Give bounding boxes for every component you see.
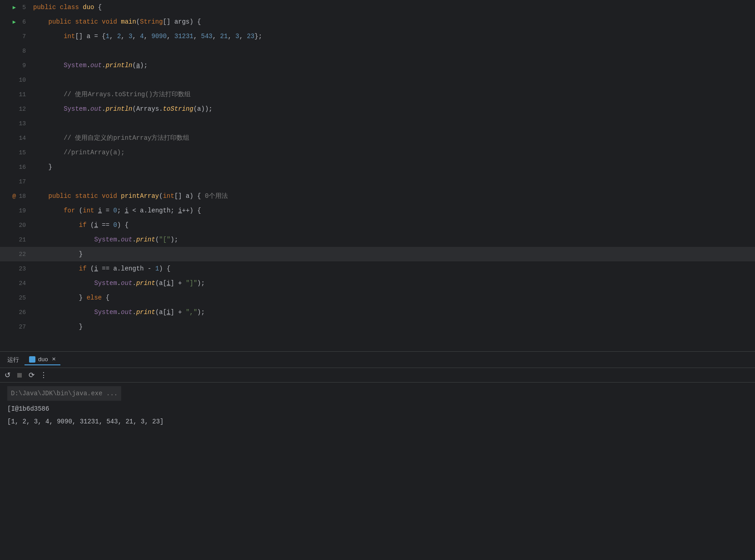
line-number-10: 10 (0, 77, 30, 84)
line-number-23: 23 (0, 265, 30, 272)
line-number-17: 17 (0, 178, 30, 185)
code-line-11: 11 // 使用Arrays.toString()方法打印数组 (0, 87, 755, 102)
code-line-6: ▶ 6 public static void main(String[] arg… (0, 15, 755, 29)
code-line-16: 16 } (0, 160, 755, 174)
code-content-7: int[] a = {1, 2, 3, 4, 9090, 31231, 543,… (30, 29, 262, 44)
code-content-26: System.out.print(a[i] + ","); (30, 305, 205, 319)
line-number-15: 15 (0, 149, 30, 156)
line-number-20: 20 (0, 222, 30, 229)
restart-button[interactable]: ↺ (4, 370, 11, 380)
code-content-12: System.out.println(Arrays.toString(a)); (30, 102, 212, 116)
line-number-18: @ 18 (0, 193, 30, 200)
console-text-2: [1, 2, 3, 4, 9090, 31231, 543, 21, 3, 23… (7, 418, 163, 425)
line-number-26: 26 (0, 309, 30, 316)
run-icon-6[interactable]: ▶ (13, 19, 16, 25)
more-options-button[interactable]: ⋮ (39, 370, 48, 380)
line-number-7: 7 (0, 33, 30, 40)
code-line-7: 7 int[] a = {1, 2, 3, 4, 9090, 31231, 54… (0, 29, 755, 44)
console-output-line1: [I@1b6d3586 (7, 403, 748, 415)
code-line-24: 24 System.out.print(a[i] + "]"); (0, 276, 755, 290)
code-line-12: 12 System.out.println(Arrays.toString(a)… (0, 102, 755, 116)
code-content-24: System.out.print(a[i] + "]"); (30, 276, 205, 290)
console-output-line2: [1, 2, 3, 4, 9090, 31231, 543, 21, 3, 23… (7, 415, 748, 428)
code-line-15: 15 //printArray(a); (0, 145, 755, 160)
code-line-5: ▶ 5 public class duo { (0, 0, 755, 15)
scroll-up-button[interactable]: ⟳ (28, 370, 35, 380)
line-number-6: ▶ 6 (0, 19, 30, 25)
run-icon-5[interactable]: ▶ (13, 4, 16, 11)
console-output: D:\Java\JDK\bin\java.exe ... [I@1b6d3586… (0, 383, 755, 560)
code-line-18: @ 18 public static void printArray(int[]… (0, 189, 755, 203)
line-number-12: 12 (0, 106, 30, 113)
editor-area: ▶ 5 public class duo { ▶ 6 public static… (0, 0, 755, 351)
code-content-16: } (30, 160, 52, 174)
console-cmd: D:\Java\JDK\bin\java.exe ... (7, 386, 121, 401)
code-line-8: 8 (0, 44, 755, 58)
code-content-15: //printArray(a); (30, 145, 125, 160)
line-number-24: 24 (0, 280, 30, 287)
code-content-27: } (30, 319, 83, 334)
code-line-20: 20 if (i == 0) { (0, 218, 755, 232)
code-content-5: public class duo { (30, 0, 102, 15)
line-number-8: 8 (0, 48, 30, 54)
code-line-25: 25 } else { (0, 290, 755, 305)
code-content-21: System.out.print("["); (30, 232, 178, 247)
panel-toolbar: ↺ ⏹ ⟳ ⋮ (0, 368, 755, 383)
line-number-13: 13 (0, 120, 30, 127)
code-line-26: 26 System.out.print(a[i] + ","); (0, 305, 755, 319)
line-number-27: 27 (0, 324, 30, 330)
code-content-9: System.out.println(a); (30, 58, 148, 73)
line-number-21: 21 (0, 236, 30, 243)
code-line-23: 23 if (i == a.length - 1) { (0, 261, 755, 276)
console-text-1: [I@1b6d3586 (7, 405, 49, 413)
code-content-11: // 使用Arrays.toString()方法打印数组 (30, 87, 191, 102)
bottom-panel: 运行 duo ✕ ↺ ⏹ ⟳ ⋮ D:\Java\JDK\bin\java.ex… (0, 351, 755, 560)
line-number-14: 14 (0, 135, 30, 142)
console-tab[interactable]: duo ✕ (25, 354, 60, 365)
line-number-22: 22 (0, 251, 30, 258)
stop-button[interactable]: ⏹ (15, 370, 24, 380)
code-content-20: if (i == 0) { (30, 218, 128, 232)
tab-icon (29, 356, 35, 363)
code-line-13: 13 (0, 116, 755, 131)
run-label: 运行 (4, 356, 23, 364)
line-number-19: 19 (0, 207, 30, 214)
panel-tabs: 运行 duo ✕ (0, 352, 755, 368)
code-line-17: 17 (0, 174, 755, 189)
tab-name: duo (38, 356, 48, 363)
code-line-27: 27 } (0, 319, 755, 334)
code-content-19: for (int i = 0; i < a.length; i++) { (30, 203, 201, 218)
code-content-22: } (30, 247, 83, 261)
code-content-25: } else { (30, 290, 109, 305)
line-number-5: ▶ 5 (0, 4, 30, 11)
code-line-10: 10 (0, 73, 755, 87)
code-line-14: 14 // 使用自定义的printArray方法打印数组 (0, 131, 755, 145)
tab-close-button[interactable]: ✕ (52, 356, 56, 362)
line-number-9: 9 (0, 62, 30, 69)
code-content-23: if (i == a.length - 1) { (30, 261, 171, 276)
code-line-9: 9 System.out.println(a); (0, 58, 755, 73)
code-content-18: public static void printArray(int[] a) {… (30, 189, 228, 203)
at-icon-18: @ (12, 193, 16, 200)
line-number-11: 11 (0, 91, 30, 98)
code-line-22: 22 } (0, 247, 755, 261)
line-number-16: 16 (0, 164, 30, 171)
code-content-6: public static void main(String[] args) { (30, 15, 201, 29)
code-lines: ▶ 5 public class duo { ▶ 6 public static… (0, 0, 755, 334)
line-number-25: 25 (0, 295, 30, 301)
console-cmd-line: D:\Java\JDK\bin\java.exe ... (7, 386, 748, 403)
code-line-19: 19 for (int i = 0; i < a.length; i++) { (0, 203, 755, 218)
code-line-21: 21 System.out.print("["); (0, 232, 755, 247)
code-content-14: // 使用自定义的printArray方法打印数组 (30, 131, 189, 145)
